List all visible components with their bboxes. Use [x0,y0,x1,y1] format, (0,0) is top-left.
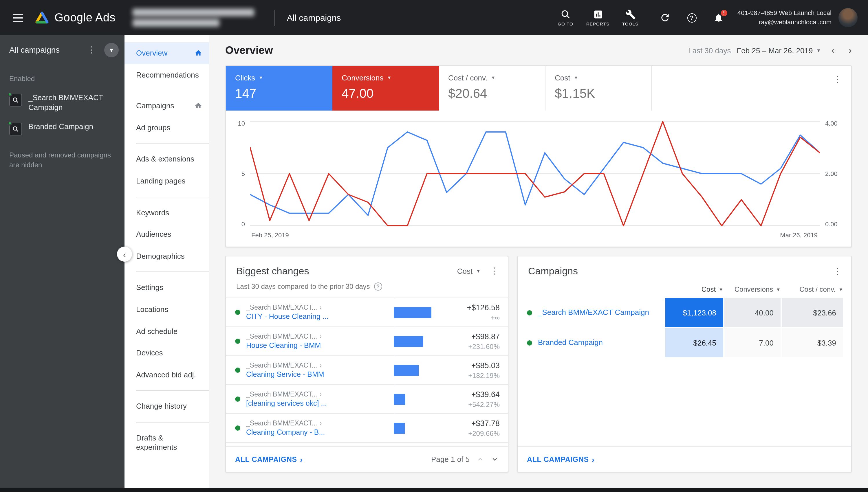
status-enabled-dot [235,310,240,315]
nav-item-demographics[interactable]: Demographics [124,245,209,267]
change-percent: +542.27% [445,400,500,408]
column-header-conversions[interactable]: Conversions▼ [724,285,780,293]
nav-item-keywords[interactable]: Keywords [124,202,209,223]
campaigns-column-headers: Cost▼ Conversions▼ Cost / conv.▼ [518,279,851,298]
column-header-cost[interactable]: Cost▼ [665,285,723,293]
ad-group-link[interactable]: Cleaning Service - BMM [246,370,346,378]
change-bar [393,307,431,318]
chevron-right-icon: › [300,455,303,464]
nav-item-settings[interactable]: Settings [124,277,209,299]
nav-item-locations[interactable]: Locations [124,299,209,320]
next-period-button[interactable]: › [844,43,857,57]
biggest-change-row: _Search BMM/EXACT...›CITY - House Cleani… [226,298,508,327]
all-campaigns-link[interactable]: ALL CAMPAIGNS › [235,455,303,464]
topbar-utilities: ? ! [659,11,725,24]
nav-item-ad-groups[interactable]: Ad groups [124,117,209,139]
page-indicator: Page 1 of 5 [431,455,469,464]
campaign-path: _Search BMM/EXACT... [246,362,317,369]
scorecard-cost-conv[interactable]: Cost / conv.▼$20.64 [439,66,546,110]
biggest-change-row: _Search BMM/EXACT...›[cleaning services … [226,385,508,414]
status-enabled-dot [235,396,240,402]
ad-group-link[interactable]: CITY - House Cleaning ... [246,313,346,321]
account-email: ray@weblaunchlocal.com [738,18,831,27]
tools-button[interactable]: TOOLS [617,9,644,26]
goto-search-button[interactable]: GO TO [552,9,579,26]
chevron-down-icon: ▼ [719,287,723,292]
ad-group-link[interactable]: House Cleaning - BMM [246,342,346,350]
previous-period-button[interactable]: ‹ [827,43,839,57]
chevron-right-icon: › [592,455,595,464]
chevron-down-icon: ▼ [476,269,481,274]
campaign-item-search-bmm-exact-campaign[interactable]: _Search BMM/EXACT Campaign [0,89,124,118]
changes-card-overflow-menu-icon[interactable]: ⋮ [487,266,501,276]
nav-item-ads-extensions[interactable]: Ads & extensions [124,148,209,170]
nav-item-ad-schedule[interactable]: Ad schedule [124,320,209,342]
campaign-sidebar-overflow-menu-icon[interactable]: ⋮ [85,45,98,55]
notifications-bell-icon[interactable]: ! [712,11,725,24]
sidebar-collapse-handle[interactable]: ‹ [117,247,132,262]
page-up-icon[interactable] [477,456,484,463]
search-campaign-icon [9,123,22,136]
x-axis-start-label: Feb 25, 2019 [251,231,289,239]
account-id: 401-987-4859 Web Launch Local [738,9,831,18]
avatar[interactable] [839,8,858,27]
account-info: 401-987-4859 Web Launch Local ray@weblau… [738,9,831,27]
nav-item-recommendations[interactable]: Recommendations [124,64,209,86]
change-bar [393,365,419,376]
nav-item-drafts-experiments[interactable]: Drafts & experiments [124,427,209,458]
nav-item-advanced-bid-adj[interactable]: Advanced bid adj. [124,364,209,386]
changes-metric-selector[interactable]: Cost ▼ [457,267,481,275]
home-icon [195,49,202,57]
nav-item-change-history[interactable]: Change history [124,396,209,417]
scorecard-conversions[interactable]: Conversions▼47.00 [332,66,439,110]
campaign-item-branded-campaign[interactable]: Branded Campaign [0,118,124,140]
column-header-cost-per-conv[interactable]: Cost / conv.▼ [782,285,843,293]
nav-item-overview[interactable]: Overview [124,42,209,64]
changes-pager: Page 1 of 5 [431,455,499,464]
all-campaigns-link[interactable]: ALL CAMPAIGNS › [527,455,595,464]
chevron-right-icon: › [319,304,322,311]
reports-button[interactable]: REPORTS [584,9,611,26]
chart-card-overflow-menu-icon[interactable]: ⋮ [830,73,845,86]
enabled-section-label: Enabled [0,64,124,89]
nav-item-campaigns[interactable]: Campaigns [124,95,209,117]
nav-divider [136,197,209,197]
chevron-down-icon: ▼ [776,287,780,292]
content-header: Overview Last 30 days Feb 25 – Mar 26, 2… [209,35,868,66]
nav-item-devices[interactable]: Devices [124,342,209,364]
biggest-changes-rows: _Search BMM/EXACT...›CITY - House Cleani… [226,297,508,443]
wrench-icon [625,9,635,19]
campaign-path: _Search BMM/EXACT... [246,391,317,398]
ad-group-link[interactable]: [cleaning services okc] ... [246,399,346,408]
google-ads-app: Google Ads All campaigns GO TO REPORTS [0,0,868,492]
scorecard-cost[interactable]: Cost▼$1.15K [546,66,652,110]
scorecard-clicks[interactable]: Clicks▼147 [226,66,332,110]
refresh-icon[interactable] [659,11,671,24]
campaign-link[interactable]: _Search BMM/EXACT Campaign [538,308,649,318]
nav-item-label: Campaigns [136,101,174,110]
campaign-link[interactable]: Branded Campaign [538,338,603,348]
status-enabled-dot [235,339,240,344]
help-icon[interactable]: ? [685,11,698,24]
nav-item-landing-pages[interactable]: Landing pages [124,170,209,192]
collapse-campaign-list-button[interactable]: ▼ [104,43,119,57]
menu-icon[interactable] [13,11,23,24]
change-amount: +$85.03 [445,361,500,370]
account-name-redacted [133,9,263,27]
page-down-icon[interactable] [491,456,499,463]
page-title: Overview [225,44,273,57]
time-series-plot[interactable] [250,120,820,227]
date-preset-label: Last 30 days [688,46,731,55]
metric-scorecards: Clicks▼147Conversions▼47.00Cost / conv.▼… [226,66,851,110]
date-range-picker[interactable]: Feb 25 – Mar 26, 2019 ▼ [736,44,822,57]
nav-item-label: Devices [136,348,163,358]
help-icon[interactable]: ? [374,282,382,291]
cost-cell: $1,123.08 [665,298,723,327]
overview-chart-card: Clicks▼147Conversions▼47.00Cost / conv.▼… [225,66,852,247]
google-ads-logo[interactable]: Google Ads [35,11,116,24]
notification-badge: ! [720,9,728,17]
campaigns-card-overflow-menu-icon[interactable]: ⋮ [831,266,844,277]
nav-item-audiences[interactable]: Audiences [124,223,209,245]
chevron-right-icon: › [319,333,322,340]
ad-group-link[interactable]: Cleaning Company - B... [246,428,346,437]
